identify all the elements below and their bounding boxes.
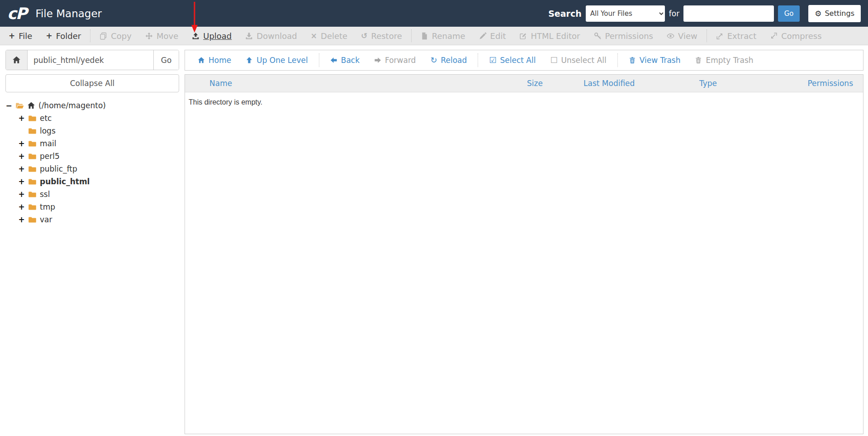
compress-label: Compress	[781, 31, 821, 41]
view-button[interactable]: View	[660, 31, 704, 41]
html-editor-button[interactable]: HTML Editor	[512, 31, 587, 41]
nav-empty-trash-button[interactable]: Empty Trash	[688, 56, 760, 65]
nav-unselect-all-button[interactable]: ☐ Unselect All	[543, 56, 613, 65]
action-toolbar: + File + Folder Copy Move Upload Downloa…	[0, 27, 868, 45]
home-icon	[12, 56, 21, 64]
tree-item-logs[interactable]: logs	[5, 125, 179, 137]
delete-button[interactable]: × Delete	[304, 31, 354, 41]
extract-button[interactable]: Extract	[709, 31, 763, 41]
folder-icon	[28, 152, 37, 161]
nav-up-one-level-button[interactable]: Up One Level	[238, 56, 315, 65]
search-go-button[interactable]: Go	[778, 5, 800, 22]
nav-back-button[interactable]: Back	[323, 56, 367, 65]
expand-plus-icon[interactable]: +	[18, 139, 25, 148]
column-header-permissions[interactable]: Permissions	[800, 79, 863, 88]
nav-view-trash-button[interactable]: View Trash	[621, 56, 688, 65]
for-label: for	[669, 9, 679, 18]
folder-button[interactable]: + Folder	[39, 31, 88, 41]
expand-plus-icon[interactable]: +	[18, 215, 25, 224]
content: Go Collapse All − (/home/magento) + etc …	[0, 45, 868, 434]
plus-icon: +	[9, 32, 15, 40]
path-bar: Go	[5, 50, 179, 70]
folder-icon	[28, 114, 37, 123]
column-header-last-modified[interactable]: Last Modified	[583, 79, 699, 88]
compress-icon	[770, 32, 778, 40]
compress-button[interactable]: Compress	[763, 31, 828, 41]
tree-item-home-root[interactable]: − (/home/magento)	[5, 99, 179, 112]
tree-item-public-ftp[interactable]: + public_ftp	[5, 163, 179, 175]
nav-empty-trash-label: Empty Trash	[706, 56, 753, 65]
search-input[interactable]	[683, 5, 774, 22]
move-button[interactable]: Move	[138, 31, 185, 41]
edit-button[interactable]: Edit	[472, 31, 513, 41]
column-header-type[interactable]: Type	[699, 79, 800, 88]
expand-plus-icon[interactable]: +	[18, 164, 25, 173]
nav-reload-button[interactable]: ↻ Reload	[423, 56, 474, 65]
collapse-minus-icon[interactable]: −	[5, 101, 12, 110]
tree-item-label: public_ftp	[40, 164, 77, 173]
tree-item-label: perl5	[40, 152, 60, 161]
restore-button[interactable]: ↺ Restore	[354, 31, 409, 41]
page-title: File Manager	[35, 8, 102, 19]
upload-button[interactable]: Upload	[185, 31, 238, 41]
path-input[interactable]	[28, 50, 153, 70]
view-label: View	[678, 31, 697, 41]
file-list-panel: Name Size Last Modified Type Permissions…	[185, 74, 863, 434]
toolbar-separator	[411, 29, 412, 42]
permissions-button[interactable]: Permissions	[587, 31, 660, 41]
tree-item-etc[interactable]: + etc	[5, 112, 179, 125]
search-area: Search All Your Files for Go ⚙ Settings	[548, 5, 861, 22]
nav-forward-button[interactable]: Forward	[367, 56, 423, 65]
tree-item-ssl[interactable]: + ssl	[5, 188, 179, 201]
move-icon	[145, 32, 153, 40]
settings-button[interactable]: ⚙ Settings	[808, 5, 861, 22]
expand-plus-icon[interactable]: +	[18, 202, 25, 211]
download-button[interactable]: Download	[238, 31, 304, 41]
tree-item-var[interactable]: + var	[5, 213, 179, 226]
edit-label: Edit	[490, 31, 506, 41]
nav-home-label: Home	[209, 56, 231, 65]
column-header-size[interactable]: Size	[527, 79, 583, 88]
folder-icon	[28, 216, 37, 224]
expand-plus-icon[interactable]: +	[18, 114, 25, 123]
file-button[interactable]: + File	[2, 31, 39, 41]
tree-item-perl5[interactable]: + perl5	[5, 150, 179, 163]
tree-item-tmp[interactable]: + tmp	[5, 201, 179, 213]
eye-icon	[667, 32, 674, 40]
key-icon	[594, 32, 602, 40]
collapse-all-button[interactable]: Collapse All	[5, 74, 179, 92]
tree-item-public-html[interactable]: + public_html	[5, 175, 179, 188]
tree-item-label: var	[40, 215, 52, 224]
tree-item-label: (/home/magento)	[38, 101, 106, 110]
trash-icon	[629, 57, 636, 64]
extract-label: Extract	[727, 31, 756, 41]
expand-plus-icon[interactable]: +	[18, 190, 25, 199]
nav-forward-label: Forward	[385, 56, 416, 65]
nav-select-all-button[interactable]: ☑ Select All	[482, 56, 543, 65]
toolbar-separator	[707, 29, 707, 42]
home-path-button[interactable]	[6, 50, 28, 70]
nav-separator	[478, 53, 478, 67]
rename-button[interactable]: Rename	[414, 31, 472, 41]
copy-label: Copy	[111, 31, 132, 41]
expand-plus-icon[interactable]: +	[18, 177, 25, 186]
folder-label: Folder	[56, 31, 81, 41]
tree-item-label: logs	[40, 126, 56, 135]
trash-icon	[695, 57, 702, 64]
nav-home-button[interactable]: Home	[190, 56, 238, 65]
tree-item-mail[interactable]: + mail	[5, 137, 179, 150]
delete-label: Delete	[321, 31, 347, 41]
nav-select-all-label: Select All	[500, 56, 536, 65]
folder-icon	[28, 203, 37, 211]
arrow-left-icon	[330, 57, 337, 64]
expand-plus-icon[interactable]: +	[18, 152, 25, 161]
search-scope-select[interactable]: All Your Files	[586, 5, 665, 22]
toolbar-separator	[90, 29, 90, 42]
pencil-icon	[479, 32, 487, 40]
x-icon: ×	[311, 32, 317, 40]
path-go-button[interactable]: Go	[153, 50, 179, 70]
column-header-name[interactable]: Name	[185, 79, 527, 88]
folder-icon	[28, 190, 37, 199]
cpanel-logo[interactable]: cP	[7, 5, 26, 23]
copy-button[interactable]: Copy	[93, 31, 138, 41]
